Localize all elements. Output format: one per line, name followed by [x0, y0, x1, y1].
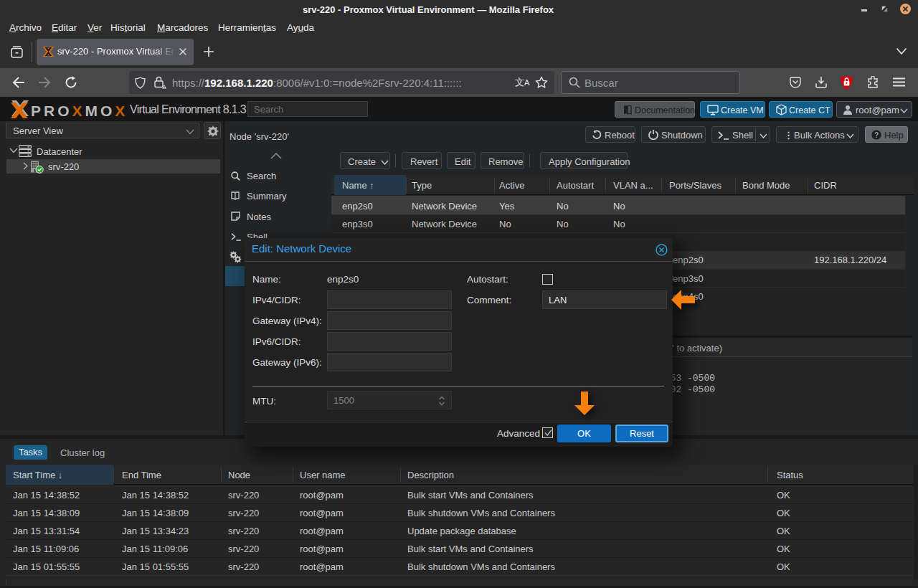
svg-text:?: ?: [874, 131, 879, 139]
